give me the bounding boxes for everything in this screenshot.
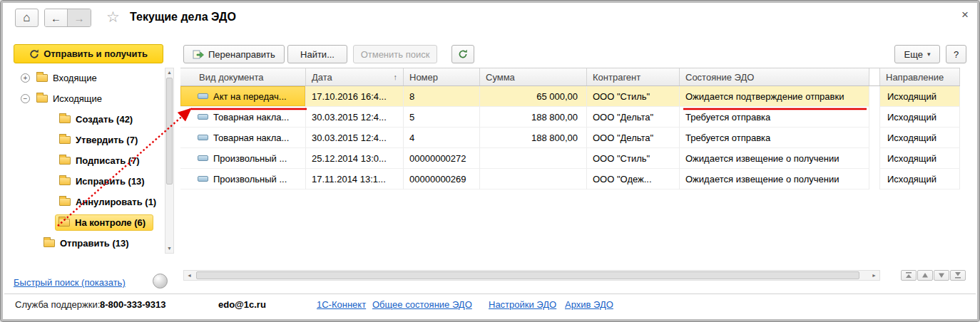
col-header-partner[interactable]: Контрагент: [587, 68, 680, 85]
expand-icon[interactable]: +: [21, 73, 30, 83]
tree-item-label: Входящие: [53, 73, 97, 83]
table-row[interactable]: Товарная накла... 30.03.2015 12:4... 4 1…: [180, 128, 960, 148]
col-header-edo-state[interactable]: Состояние ЭДО: [680, 68, 869, 85]
tree-item-approve[interactable]: Утвердить (7): [14, 130, 162, 150]
refresh-button[interactable]: [451, 45, 474, 63]
footer-divider: [4, 294, 976, 294]
tree-item-label: Исправить (13): [76, 176, 145, 187]
doc-state-icon: [198, 155, 208, 161]
cell-doc-type: Произвольный ...: [213, 174, 287, 185]
footer: Служба поддержки: 8-800-333-9313 edo@1c.…: [1, 299, 979, 313]
folder-icon: [59, 136, 71, 144]
refresh-icon: [458, 49, 468, 59]
col-header-date-label: Дата: [312, 72, 332, 83]
tree-item-outgoing[interactable]: − Исходящие: [14, 88, 162, 109]
support-email: edo@1c.ru: [218, 299, 266, 310]
doc-state-icon: [198, 135, 208, 140]
folders-tree: + Входящие − Исходящие Создать (42) Утве…: [14, 68, 162, 254]
close-icon[interactable]: ×: [961, 8, 969, 22]
tree-scrollbar[interactable]: ▲ ▼: [165, 68, 174, 254]
tree-item-create[interactable]: Создать (42): [14, 109, 162, 130]
help-button[interactable]: ?: [946, 45, 966, 63]
tree-item-annul[interactable]: Аннулировать (1): [14, 192, 162, 212]
tree-item-on-control[interactable]: На контроле (6): [14, 212, 162, 233]
table-row[interactable]: Товарная накла... 30.03.2015 12:4... 5 1…: [180, 107, 960, 128]
cell-direction: Исходящий: [879, 169, 960, 189]
cell-number: 5: [404, 107, 480, 128]
tree-item-label: Исходящие: [53, 93, 102, 104]
col-header-date[interactable]: Дата ↑: [306, 68, 404, 85]
link-1c-connect[interactable]: 1С-Коннект: [317, 299, 366, 310]
search-settings-button[interactable]: [153, 274, 168, 289]
link-edo-overall-state[interactable]: Общее состояние ЭДО: [372, 299, 472, 310]
folder-icon: [36, 95, 48, 103]
send-receive-button[interactable]: Отправить и получить: [14, 44, 163, 63]
cell-direction: Исходящий: [879, 148, 960, 169]
col-header-sum[interactable]: Сумма: [480, 68, 587, 85]
cell-sum: 188 800,00: [480, 107, 587, 128]
home-button[interactable]: ⌂: [15, 9, 39, 27]
folder-icon: [44, 239, 55, 247]
sync-icon: [29, 49, 39, 59]
go-down-icon: [938, 272, 945, 279]
col-header-number[interactable]: Номер: [404, 68, 480, 85]
go-to-bottom-icon: [954, 272, 961, 279]
cell-edo-state: Требуется отправка: [680, 107, 869, 128]
favorite-star-icon[interactable]: ☆: [106, 9, 120, 26]
go-to-bottom-button[interactable]: [950, 270, 966, 281]
tree-item-sign[interactable]: Подписать (7): [14, 150, 162, 171]
col-header-doc-type[interactable]: Вид документа: [180, 68, 306, 85]
help-label: ?: [954, 49, 959, 60]
back-button[interactable]: ←: [45, 9, 68, 26]
go-to-top-button[interactable]: [901, 270, 917, 281]
forward-icon: →: [74, 12, 85, 24]
sort-asc-icon: ↑: [394, 73, 398, 81]
folder-icon: [59, 198, 71, 206]
support-label: Служба поддержки:: [15, 299, 100, 310]
link-edo-archive[interactable]: Архив ЭДО: [565, 299, 613, 310]
tree-item-incoming[interactable]: + Входящие: [14, 68, 162, 88]
collapse-icon[interactable]: −: [21, 94, 30, 103]
cell-partner: ООО "Одеж...: [587, 169, 680, 189]
cell-direction: Исходящий: [879, 107, 960, 128]
app-window: ⌂ ← → ☆ Текущие дела ЭДО × Отправить и п…: [0, 0, 980, 322]
cell-partner: ООО "Дельта": [587, 107, 680, 128]
cancel-search-button[interactable]: Отменить поиск: [353, 45, 437, 63]
scroll-up-icon[interactable]: ▲: [165, 68, 173, 77]
redirect-button[interactable]: Перенаправить: [183, 45, 285, 63]
tree-item-label: На контроле (6): [75, 217, 146, 228]
scroll-down-icon[interactable]: ▼: [165, 244, 173, 253]
cell-date: 17.11.2014 13:1...: [306, 169, 404, 189]
find-button[interactable]: Найти...: [287, 45, 347, 63]
table-row[interactable]: Акт на передач... 17.10.2016 16:4... 8 6…: [180, 86, 960, 107]
table-row[interactable]: Произвольный ... 25.12.2014 13:0... 0000…: [180, 148, 960, 169]
cell-doc-type: Товарная накла...: [213, 133, 289, 143]
scroll-right-icon[interactable]: ►: [869, 271, 879, 280]
tree-item-fix[interactable]: Исправить (13): [14, 171, 162, 192]
folder-icon: [59, 157, 71, 165]
scrollbar-thumb[interactable]: [196, 271, 859, 279]
tree-item-label: Создать (42): [76, 114, 133, 125]
cell-edo-state: Ожидается извещение о получении: [680, 148, 869, 169]
link-edo-settings[interactable]: Настройки ЭДО: [489, 299, 556, 310]
forward-button[interactable]: →: [68, 9, 91, 26]
scrollbar-thumb[interactable]: [166, 78, 173, 185]
column-splitter: [869, 86, 879, 107]
col-header-direction[interactable]: Направление: [879, 68, 960, 85]
go-down-button[interactable]: [934, 270, 949, 281]
table-row[interactable]: Произвольный ... 17.11.2014 13:1... 0000…: [180, 169, 960, 189]
go-up-button[interactable]: [917, 270, 933, 281]
send-receive-label: Отправить и получить: [44, 48, 148, 59]
tree-item-send[interactable]: Отправить (13): [14, 233, 162, 254]
cell-sum: [480, 169, 587, 189]
go-up-icon: [922, 272, 929, 279]
quick-search-link[interactable]: Быстрый поиск (показать): [14, 277, 126, 288]
cell-date: 17.10.2016 16:4...: [306, 86, 404, 107]
table-horizontal-scrollbar[interactable]: ◄ ►: [183, 270, 880, 281]
cell-date: 25.12.2014 13:0...: [306, 148, 404, 169]
cell-doc-type: Произвольный ...: [213, 153, 287, 164]
tree-item-label: Отправить (13): [60, 238, 129, 249]
column-splitter: [869, 68, 879, 85]
scroll-left-icon[interactable]: ◄: [184, 271, 195, 280]
more-button[interactable]: Еще ▾: [894, 45, 940, 63]
